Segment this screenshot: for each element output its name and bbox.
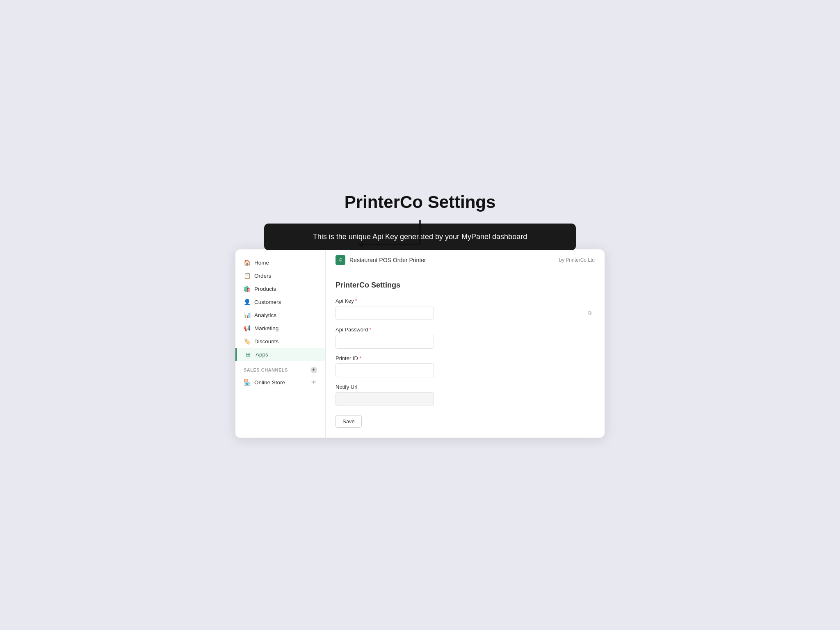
required-indicator-3: *	[359, 356, 361, 361]
app-logo-icon: 🖨	[336, 255, 345, 265]
settings-container: PrinterCo Settings Api Key * ⧉	[326, 271, 605, 438]
sidebar-item-orders[interactable]: 📋 Orders	[235, 269, 325, 282]
page-wrapper: PrinterCo Settings This is the unique Ap…	[8, 192, 832, 438]
sidebar-item-home[interactable]: 🏠 Home	[235, 256, 325, 269]
api-key-input[interactable]	[336, 306, 434, 320]
online-store-icon: 🏪	[244, 379, 250, 386]
notify-url-input-wrapper	[336, 392, 595, 406]
sidebar-label-home: Home	[254, 260, 269, 266]
required-indicator: *	[355, 298, 357, 304]
sidebar-label-discounts: Discounts	[254, 338, 278, 345]
printer-id-input-wrapper	[336, 363, 595, 377]
orders-icon: 📋	[244, 272, 250, 279]
app-header-left: 🖨 Restaurant POS Order Printer	[336, 255, 426, 265]
sidebar-item-apps[interactable]: ⊞ Apps	[235, 348, 325, 361]
browser-body: 🏠 Home 📋 Orders 🛍️ Products 👤 Customers	[235, 249, 605, 438]
settings-title: PrinterCo Settings	[336, 281, 595, 290]
sidebar-label-apps: Apps	[256, 352, 268, 358]
eye-icon: 👁	[310, 379, 317, 386]
api-key-group: Api Key * ⧉	[336, 298, 595, 320]
browser-window: 🏠 Home 📋 Orders 🛍️ Products 👤 Customers	[235, 249, 605, 438]
sidebar-item-customers[interactable]: 👤 Customers	[235, 295, 325, 308]
sidebar-label-orders: Orders	[254, 273, 271, 279]
notify-url-label: Notify Url	[336, 384, 595, 390]
tooltip-box: This is the unique Api Key generated by …	[264, 224, 576, 250]
printer-id-label: Printer ID *	[336, 355, 595, 361]
page-title: PrinterCo Settings	[345, 192, 496, 212]
copy-icon: ⧉	[588, 310, 591, 316]
tooltip-text: This is the unique Api Key generated by …	[313, 233, 527, 241]
products-icon: 🛍️	[244, 285, 250, 292]
printer-id-group: Printer ID *	[336, 355, 595, 377]
sidebar-item-online-store[interactable]: 🏪 Online Store 👁	[235, 376, 325, 389]
sidebar-label-analytics: Analytics	[254, 312, 276, 318]
sidebar-label-online-store: Online Store	[254, 379, 285, 386]
customers-icon: 👤	[244, 299, 250, 305]
required-indicator-2: *	[369, 327, 371, 333]
app-name: Restaurant POS Order Printer	[349, 257, 426, 263]
printer-id-input[interactable]	[336, 363, 434, 377]
sidebar: 🏠 Home 📋 Orders 🛍️ Products 👤 Customers	[235, 249, 326, 438]
sales-channels-label: SALES CHANNELS	[244, 368, 288, 372]
sidebar-label-products: Products	[254, 286, 276, 292]
marketing-icon: 📢	[244, 325, 250, 331]
notify-url-group: Notify Url	[336, 384, 595, 406]
api-password-input[interactable]	[336, 335, 434, 349]
api-key-label: Api Key *	[336, 298, 595, 304]
sidebar-label-marketing: Marketing	[254, 325, 278, 331]
api-password-input-wrapper	[336, 335, 595, 349]
save-button[interactable]: Save	[336, 415, 362, 428]
api-key-input-wrapper: ⧉	[336, 306, 595, 320]
sidebar-item-discounts[interactable]: 🏷️ Discounts	[235, 335, 325, 348]
discounts-icon: 🏷️	[244, 338, 250, 345]
add-sales-channel-button[interactable]: +	[310, 367, 317, 373]
sales-channels-section: SALES CHANNELS +	[235, 361, 325, 376]
home-icon: 🏠	[244, 259, 250, 266]
browser-wrapper: 🏠 Home 📋 Orders 🛍️ Products 👤 Customers	[235, 250, 605, 438]
sidebar-item-marketing[interactable]: 📢 Marketing	[235, 322, 325, 335]
analytics-icon: 📊	[244, 312, 250, 318]
notify-url-input[interactable]	[336, 392, 434, 406]
apps-icon: ⊞	[245, 351, 251, 358]
api-password-group: Api Password *	[336, 326, 595, 349]
app-header: 🖨 Restaurant POS Order Printer by Printe…	[326, 249, 605, 271]
sidebar-item-analytics[interactable]: 📊 Analytics	[235, 308, 325, 322]
sidebar-label-customers: Customers	[254, 299, 281, 305]
sidebar-item-products[interactable]: 🛍️ Products	[235, 282, 325, 295]
main-content: 🖨 Restaurant POS Order Printer by Printe…	[326, 249, 605, 438]
api-password-label: Api Password *	[336, 326, 595, 333]
app-by-label: by PrinterCo Ltd	[559, 257, 595, 263]
